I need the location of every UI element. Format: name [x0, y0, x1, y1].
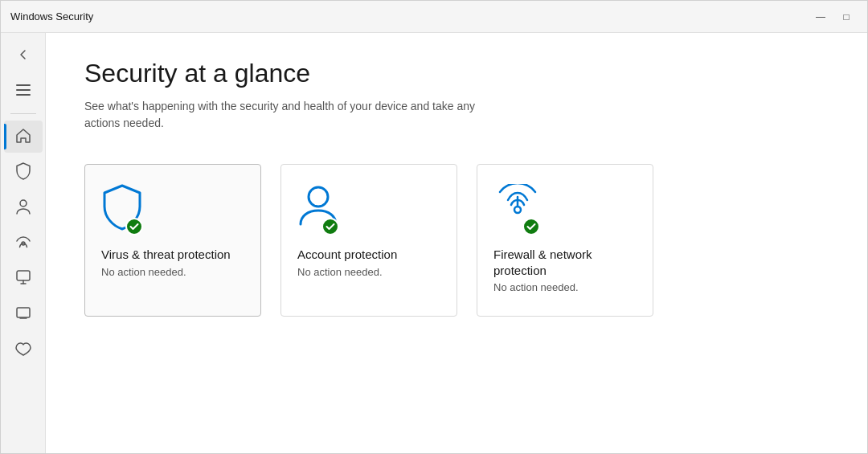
cards-grid: Virus & threat protection No action need…: [84, 164, 829, 317]
titlebar-controls: — □: [809, 8, 858, 26]
health-nav-icon: [14, 340, 32, 358]
main-layout: Security at a glance See what's happenin…: [1, 33, 867, 453]
virus-card-text: Virus & threat protection No action need…: [101, 247, 244, 278]
content-area: Security at a glance See what's happenin…: [46, 33, 867, 453]
sidebar-item-home[interactable]: [4, 121, 43, 153]
firewall-card-icon-area: [493, 184, 545, 235]
svg-rect-5: [17, 271, 30, 280]
app-nav-icon: [15, 269, 31, 288]
page-title: Security at a glance: [84, 59, 829, 88]
titlebar: Windows Security — □: [1, 1, 867, 33]
titlebar-title: Windows Security: [10, 10, 93, 22]
sidebar-item-account[interactable]: [4, 191, 43, 223]
account-card-status: No action needed.: [297, 266, 440, 278]
page-subtitle: See what's happening with the security a…: [84, 98, 502, 132]
person-nav-icon: [15, 198, 31, 218]
svg-rect-2: [16, 94, 31, 96]
virus-card-icon-area: [101, 184, 153, 235]
device-nav-icon: [15, 305, 31, 323]
virus-check-icon: [125, 218, 143, 235]
svg-point-7: [309, 187, 328, 207]
sidebar-item-firewall[interactable]: [4, 227, 43, 259]
home-icon: [14, 127, 32, 147]
sidebar-item-app[interactable]: [4, 262, 43, 294]
minimize-button[interactable]: —: [809, 8, 832, 26]
firewall-card[interactable]: Firewall & network protection No action …: [477, 164, 653, 317]
virus-card-status: No action needed.: [101, 266, 244, 278]
svg-point-3: [20, 200, 27, 207]
account-card-icon-area: [297, 184, 349, 235]
account-card-text: Account protection No action needed.: [297, 247, 440, 278]
account-card-title: Account protection: [297, 247, 440, 263]
svg-rect-0: [16, 84, 31, 86]
sidebar: [1, 33, 46, 453]
account-protection-card[interactable]: Account protection No action needed.: [280, 164, 457, 317]
window: Windows Security — □: [0, 0, 868, 454]
account-check-icon: [321, 218, 339, 235]
firewall-card-status: No action needed.: [493, 281, 637, 293]
hamburger-icon: [16, 84, 31, 98]
maximize-button[interactable]: □: [835, 8, 858, 26]
firewall-card-title: Firewall & network protection: [493, 247, 637, 278]
back-button[interactable]: [4, 39, 43, 72]
virus-card-title: Virus & threat protection: [101, 247, 244, 263]
shield-nav-icon: [15, 162, 31, 182]
sidebar-item-device[interactable]: [4, 297, 43, 329]
sidebar-item-health[interactable]: [4, 333, 43, 365]
virus-threat-card[interactable]: Virus & threat protection No action need…: [84, 164, 261, 317]
firewall-check-icon: [522, 218, 540, 235]
sidebar-divider-1: [10, 113, 36, 114]
firewall-card-text: Firewall & network protection No action …: [493, 247, 637, 293]
sidebar-item-virus[interactable]: [4, 156, 43, 188]
menu-button[interactable]: [4, 75, 43, 107]
svg-rect-6: [17, 308, 30, 317]
back-icon: [17, 48, 30, 63]
svg-rect-1: [16, 89, 31, 91]
network-nav-icon: [14, 233, 32, 253]
